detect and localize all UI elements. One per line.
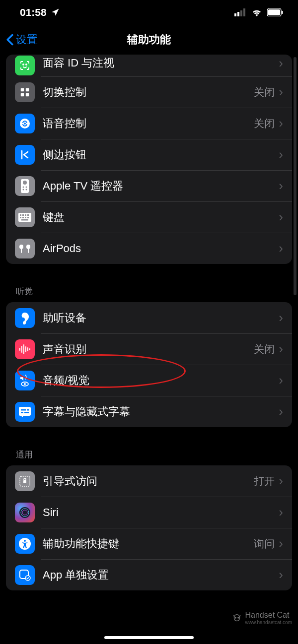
row-label: Apple TV 遥控器 bbox=[43, 179, 279, 193]
svg-rect-6 bbox=[282, 11, 283, 14]
row-siri[interactable]: Siri › bbox=[6, 497, 292, 528]
row-label: 字幕与隐藏式字幕 bbox=[43, 404, 279, 419]
general-section: 引导式访问 打开 › Siri › 辅助功能快捷键 询问 › App 单独设置 … bbox=[6, 465, 292, 590]
accessibility-icon bbox=[15, 534, 35, 554]
svg-rect-31 bbox=[21, 219, 28, 221]
row-label: 辅助功能快捷键 bbox=[43, 536, 254, 551]
row-switch-control[interactable]: 切换控制 关闭 › bbox=[6, 76, 292, 108]
signal-icon bbox=[234, 8, 246, 16]
svg-point-18 bbox=[23, 186, 24, 188]
row-sound-recognition[interactable]: 声音识别 关闭 › bbox=[6, 333, 292, 365]
apple-tv-remote-icon bbox=[15, 176, 35, 196]
chevron-right-icon: › bbox=[279, 536, 283, 551]
svg-rect-28 bbox=[22, 217, 24, 218]
row-label: 切换控制 bbox=[43, 85, 254, 100]
row-label: App 单独设置 bbox=[43, 568, 279, 582]
svg-point-54 bbox=[235, 617, 236, 618]
chevron-right-icon: › bbox=[279, 310, 283, 325]
hearing-header: 听觉 bbox=[6, 282, 292, 302]
watermark-url: www.handsetcat.com bbox=[245, 620, 293, 625]
row-accessibility-shortcut[interactable]: 辅助功能快捷键 询问 › bbox=[6, 528, 292, 559]
svg-rect-0 bbox=[234, 13, 236, 16]
row-side-button[interactable]: 侧边按钮 › bbox=[6, 139, 292, 170]
row-per-app[interactable]: App 单独设置 › bbox=[6, 559, 292, 590]
physical-section: 面容 ID 与注视 › 切换控制 关闭 › 语音控制 关闭 › 侧边按钮 › bbox=[6, 55, 292, 264]
chevron-right-icon: › bbox=[279, 241, 283, 256]
svg-point-39 bbox=[24, 383, 26, 385]
row-label: AirPods bbox=[43, 242, 279, 255]
scrollbar[interactable] bbox=[294, 57, 297, 295]
svg-rect-23 bbox=[20, 214, 21, 216]
chevron-left-icon bbox=[6, 34, 14, 46]
status-time: 01:58 bbox=[20, 6, 47, 18]
per-app-icon bbox=[15, 565, 35, 585]
svg-rect-12 bbox=[26, 93, 29, 96]
chevron-right-icon: › bbox=[279, 505, 283, 520]
row-detail: 关闭 bbox=[254, 117, 275, 130]
chevron-right-icon: › bbox=[279, 404, 283, 419]
row-airpods[interactable]: AirPods › bbox=[6, 233, 292, 264]
wifi-icon bbox=[251, 8, 262, 16]
svg-rect-42 bbox=[27, 409, 29, 411]
chevron-right-icon: › bbox=[279, 147, 283, 162]
row-subtitles[interactable]: 字幕与隐藏式字幕 › bbox=[6, 396, 292, 427]
svg-point-8 bbox=[26, 64, 27, 65]
row-label: 面容 ID 与注视 bbox=[43, 56, 279, 70]
row-label: 声音识别 bbox=[43, 342, 254, 357]
battery-icon bbox=[267, 8, 283, 16]
home-indicator[interactable] bbox=[104, 636, 194, 639]
audio-visual-icon bbox=[15, 371, 35, 390]
row-detail: 关闭 bbox=[254, 85, 275, 99]
nav-bar: 设置 辅助功能 bbox=[0, 25, 298, 55]
nav-title: 辅助功能 bbox=[127, 32, 171, 47]
svg-rect-25 bbox=[25, 214, 26, 216]
svg-rect-5 bbox=[268, 9, 280, 15]
watermark: Handset Cat www.handsetcat.com bbox=[231, 611, 293, 625]
row-detail: 打开 bbox=[254, 474, 275, 488]
chevron-right-icon: › bbox=[279, 178, 283, 193]
row-label: 侧边按钮 bbox=[43, 147, 279, 162]
svg-point-7 bbox=[23, 64, 24, 65]
row-label: 助听设备 bbox=[43, 311, 279, 325]
svg-rect-26 bbox=[27, 214, 29, 216]
svg-point-19 bbox=[26, 186, 27, 188]
voice-control-icon bbox=[15, 114, 35, 133]
switch-control-icon bbox=[15, 82, 35, 102]
row-guided-access[interactable]: 引导式访问 打开 › bbox=[6, 465, 292, 497]
chevron-right-icon: › bbox=[279, 116, 283, 131]
row-label: Siri bbox=[43, 506, 279, 519]
svg-point-20 bbox=[23, 189, 24, 190]
svg-rect-29 bbox=[25, 217, 26, 218]
back-label: 设置 bbox=[16, 32, 38, 47]
keyboard-icon bbox=[15, 207, 35, 227]
svg-point-55 bbox=[237, 617, 238, 618]
svg-rect-30 bbox=[27, 217, 29, 218]
location-icon bbox=[51, 8, 60, 17]
row-audio-visual[interactable]: 音频/视觉 › bbox=[6, 365, 292, 396]
chevron-right-icon: › bbox=[279, 84, 283, 100]
svg-point-51 bbox=[24, 540, 26, 542]
back-button[interactable]: 设置 bbox=[6, 32, 38, 47]
status-left: 01:58 bbox=[20, 6, 60, 18]
chevron-right-icon: › bbox=[279, 373, 283, 388]
row-hearing-devices[interactable]: 助听设备 › bbox=[6, 302, 292, 333]
svg-rect-43 bbox=[21, 412, 23, 413]
row-faceid[interactable]: 面容 ID 与注视 › bbox=[6, 55, 292, 76]
svg-rect-10 bbox=[26, 88, 29, 91]
row-apple-tv[interactable]: Apple TV 遥控器 › bbox=[6, 170, 292, 201]
chevron-right-icon: › bbox=[279, 56, 283, 71]
row-keyboard[interactable]: 键盘 › bbox=[6, 201, 292, 233]
hearing-section: 助听设备 › 声音识别 关闭 › 音频/视觉 › 字幕与隐藏式字幕 › bbox=[6, 302, 292, 427]
row-label: 引导式访问 bbox=[43, 474, 254, 489]
chevron-right-icon: › bbox=[279, 209, 283, 225]
watermark-logo-icon bbox=[231, 613, 242, 624]
row-voice-control[interactable]: 语音控制 关闭 › bbox=[6, 108, 292, 139]
watermark-text: Handset Cat bbox=[245, 611, 293, 620]
svg-point-21 bbox=[26, 189, 27, 190]
faceid-icon bbox=[15, 56, 35, 75]
svg-rect-9 bbox=[21, 88, 24, 91]
content-scroll[interactable]: 面容 ID 与注视 › 切换控制 关闭 › 语音控制 关闭 › 侧边按钮 › bbox=[0, 55, 298, 644]
side-button-icon bbox=[15, 145, 35, 165]
svg-rect-41 bbox=[21, 409, 26, 411]
svg-point-17 bbox=[23, 181, 27, 185]
